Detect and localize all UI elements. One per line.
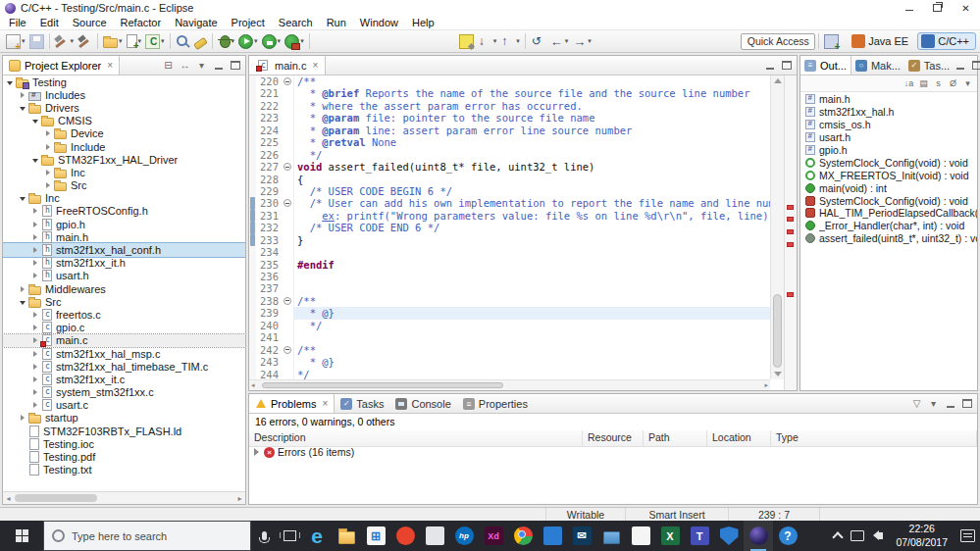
line-number[interactable]: 226 [256, 149, 282, 161]
line-number[interactable]: 233 [256, 234, 282, 246]
taskbar-app-red[interactable] [390, 521, 420, 551]
minimize-view-icon[interactable] [212, 59, 225, 72]
folding-ruler-cell[interactable] [282, 259, 294, 271]
annotation-ruler-cell[interactable] [249, 271, 256, 282]
tree-item-stm32f1xx-hal-msp-c[interactable]: stm32f1xx_hal_msp.c [3, 347, 245, 360]
mark-occurrences-button[interactable] [457, 32, 476, 51]
annotation-ruler-cell[interactable] [249, 75, 256, 87]
code-text[interactable]: void assert_failed(uint8_t* file, uint32… [294, 161, 770, 173]
taskbar-adobe-xd[interactable]: Xd [479, 521, 508, 551]
tree-item-cmsis[interactable]: CMSIS [3, 115, 245, 127]
annotation-ruler-cell[interactable] [249, 234, 256, 246]
folding-ruler-cell[interactable] [282, 197, 294, 209]
annotation-ruler-cell[interactable] [249, 112, 256, 124]
dropdown-arrow-icon[interactable]: ▾ [119, 37, 123, 45]
scroll-left-icon[interactable]: ◂ [3, 494, 14, 503]
taskbar-app-light[interactable] [420, 521, 449, 551]
tree-item-gpio-h[interactable]: gpio.h [3, 218, 245, 230]
folding-ruler-cell[interactable] [282, 75, 294, 87]
dropdown-arrow-icon[interactable]: ▾ [161, 37, 165, 45]
menu-edit[interactable]: Edit [33, 17, 66, 28]
start-button[interactable] [0, 521, 43, 551]
microphone-button[interactable] [251, 521, 277, 551]
code-text[interactable]: ex: printf("Wrong parameters value: file… [294, 210, 770, 222]
error-mark-icon[interactable] [787, 229, 794, 234]
tree-twistie-icon[interactable] [30, 351, 40, 357]
folding-ruler-cell[interactable] [282, 271, 294, 282]
annotation-ruler-cell[interactable] [249, 331, 256, 343]
line-number[interactable]: 235 [256, 259, 282, 271]
outline-item-gpio-h[interactable]: gpio.h [800, 144, 977, 157]
line-number[interactable]: 220 [256, 75, 282, 87]
outline-item-usart-h[interactable]: usart.h [800, 131, 977, 144]
search-button[interactable] [174, 32, 192, 51]
tree-item-drivers[interactable]: Drivers [3, 101, 245, 114]
tree-item-testing-pdf[interactable]: Testing.pdf [3, 450, 245, 463]
code-text[interactable]: #endif [294, 259, 770, 271]
code-text[interactable]: * @param line: assert_param error line s… [294, 125, 770, 136]
tree-item-inc[interactable]: Inc [3, 192, 245, 205]
line-number[interactable]: 239 [256, 307, 282, 319]
fold-collapse-icon[interactable] [284, 163, 291, 171]
scroll-left-icon[interactable]: ◂ [251, 381, 255, 389]
perspective-java-ee[interactable]: Java EE [848, 32, 915, 50]
tree-twistie-icon[interactable] [30, 402, 40, 408]
scroll-up-icon[interactable] [774, 78, 782, 83]
code-text[interactable]: * @param file: pointer to the source fil… [294, 112, 770, 124]
code-text[interactable]: * @} [294, 307, 770, 319]
annotation-ruler-cell[interactable] [249, 210, 256, 222]
taskbar-eclipse[interactable] [744, 521, 773, 551]
folding-ruler-cell[interactable] [282, 222, 294, 233]
line-number[interactable]: 221 [256, 87, 282, 99]
code-text[interactable]: { [294, 174, 770, 185]
taskbar-get-help[interactable]: ? [773, 521, 802, 551]
scroll-right-icon[interactable]: ▸ [234, 494, 245, 503]
folding-ruler-cell[interactable] [282, 246, 294, 258]
tree-twistie-icon[interactable] [43, 170, 53, 175]
menu-run[interactable]: Run [320, 17, 353, 28]
tab-tas[interactable]: Tas... [904, 56, 954, 75]
taskbar-store[interactable]: ⊞ [361, 521, 390, 551]
view-menu-icon[interactable]: ▾ [195, 59, 208, 72]
view-menu-icon[interactable] [961, 77, 974, 90]
minimize-view-icon[interactable] [944, 397, 956, 410]
tab-project-explorer[interactable]: Project Explorer × [3, 56, 120, 75]
line-number[interactable]: 242 [256, 344, 282, 356]
tree-item-src[interactable]: Src [3, 295, 245, 308]
tree-item-usart-h[interactable]: usart.h [3, 270, 245, 282]
touch-keyboard-icon[interactable] [851, 530, 864, 541]
dropdown-arrow-icon[interactable]: ▾ [22, 37, 26, 45]
tree-item-main-c[interactable]: main.c [3, 334, 245, 347]
outline-item-mx-freertos-init[interactable]: MX_FREERTOS_Init(void) : void [800, 169, 977, 181]
hide-static-icon[interactable] [932, 77, 945, 90]
annotation-ruler-cell[interactable] [249, 185, 256, 197]
tree-twistie-icon[interactable] [30, 325, 40, 330]
code-text[interactable]: * @retval None [294, 136, 770, 148]
back-button[interactable]: ▾ [547, 32, 571, 51]
fold-collapse-icon[interactable] [284, 297, 291, 305]
new-folder-button[interactable]: ▾ [101, 32, 125, 51]
menu-file[interactable]: File [2, 17, 33, 28]
tree-twistie-icon[interactable] [18, 105, 27, 111]
next-annotation-button[interactable]: ▾ [476, 32, 499, 51]
scroll-down-icon[interactable] [774, 372, 782, 376]
code-editor[interactable]: 220/**221 * @brief Reports the name of t… [249, 75, 770, 379]
code-text[interactable]: /* USER CODE END 6 */ [294, 222, 770, 233]
maximize-view-icon[interactable] [970, 59, 980, 72]
code-text[interactable]: } [294, 234, 770, 246]
annotation-ruler-cell[interactable] [249, 282, 256, 294]
open-perspective-button[interactable] [822, 32, 841, 51]
tree-item-system-stm32f1xx-c[interactable]: system_stm32f1xx.c [3, 386, 245, 399]
build-all-button[interactable] [76, 32, 94, 51]
code-text[interactable]: * where the assert_param error has occur… [294, 100, 770, 112]
annotation-ruler-cell[interactable] [249, 222, 256, 233]
line-number[interactable]: 230 [256, 197, 282, 209]
taskbar-defender[interactable] [714, 521, 744, 551]
close-window-button[interactable]: ✕ [952, 0, 980, 16]
folding-ruler-cell[interactable] [282, 331, 294, 343]
tree-twistie-icon[interactable] [30, 208, 40, 214]
folding-ruler-cell[interactable] [282, 161, 294, 173]
folding-ruler-cell[interactable] [282, 369, 294, 380]
outline-item-systemclock-config[interactable]: SystemClock_Config(void) : void [800, 194, 977, 207]
annotation-ruler-cell[interactable] [249, 320, 256, 331]
